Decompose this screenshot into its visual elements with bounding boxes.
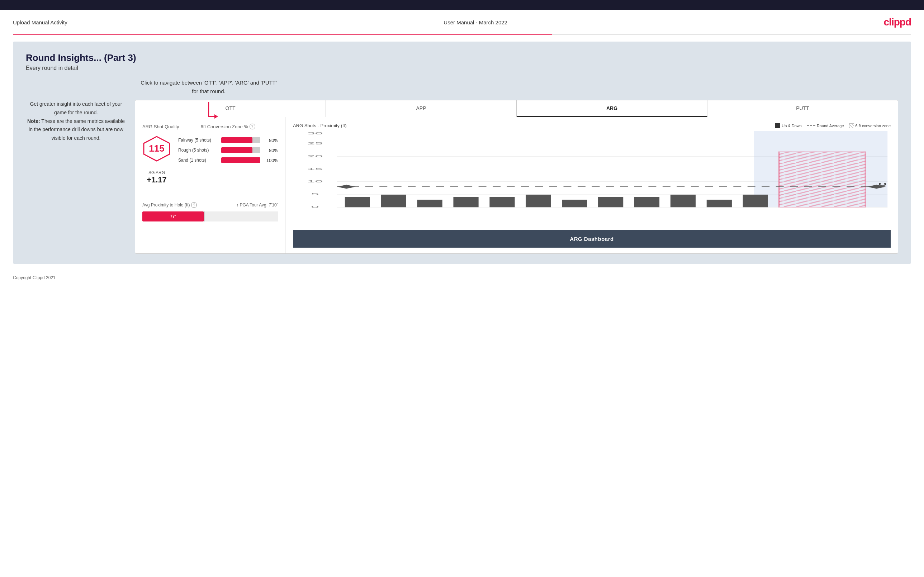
prox-help-icon[interactable]: ? [191,202,197,208]
prox-bar-wrap: 77' [142,211,278,221]
conversion-label: 6ft Conversion Zone % ? [201,124,255,129]
rough-bar [221,147,260,153]
rough-label: Rough (5 shots) [178,148,218,153]
shot-rows: Fairway (5 shots) 80% Rough (5 shots) [178,137,278,168]
main-content: Round Insights... (Part 3) Every round i… [13,42,911,264]
svg-marker-0 [215,114,218,119]
svg-rect-25 [707,200,732,207]
shot-row-sand: Sand (1 shots) 100% [178,157,278,163]
svg-text:0: 0 [311,205,319,209]
page-title: Round Insights... (Part 3) [26,52,898,63]
legend-hatch-icon [849,123,854,128]
proximity-section: Avg Proximity to Hole (ft) ? ↑ PGA Tour … [142,197,278,221]
page-subtitle: Every round in detail [26,65,898,71]
fairway-pct: 80% [264,138,278,143]
shot-row-fairway: Fairway (5 shots) 80% [178,137,278,143]
svg-marker-30 [337,185,356,189]
rough-bar-fill [221,147,252,153]
sg-label: SG ARG [147,170,167,175]
svg-rect-19 [489,197,515,208]
chart-header: ARG Shots - Proximity (ft) Up & Down Rou… [293,123,891,128]
legend-up-down: Up & Down [775,123,802,128]
pga-avg: ↑ PGA Tour Avg: 7'10" [236,203,278,208]
copyright: Copyright Clippd 2021 [13,275,56,280]
fairway-label: Fairway (5 shots) [178,138,218,143]
legend-dashed-icon [807,126,815,126]
svg-text:20: 20 [307,154,323,158]
header-divider [13,34,911,35]
prox-header: Avg Proximity to Hole (ft) ? ↑ PGA Tour … [142,202,278,208]
header: Upload Manual Activity User Manual - Mar… [0,10,924,34]
chart-title: ARG Shots - Proximity (ft) [293,123,347,128]
data-header: ARG Shot Quality 6ft Conversion Zone % ? [142,124,278,129]
tab-app[interactable]: APP [326,100,517,117]
prox-bar-fill: 77' [142,211,204,221]
sand-bar-fill [221,157,260,163]
prox-label: Avg Proximity to Hole (ft) ? [142,202,197,208]
upload-link[interactable]: Upload Manual Activity [13,19,68,26]
rough-pct: 80% [264,148,278,153]
sand-pct: 100% [264,158,278,163]
svg-text:15: 15 [307,167,323,171]
annotation-text: Click to navigate between 'OTT', 'APP', … [141,79,277,96]
legend-conversion: 6 ft conversion zone [849,123,891,128]
legend-round-avg: Round Average [807,124,844,128]
svg-text:10: 10 [307,179,323,183]
content-area: Get greater insight into each facet of y… [26,79,898,254]
legend: Up & Down Round Average 6 ft conversion … [775,123,891,128]
fairway-bar-gray [252,137,260,143]
top-bar [0,0,924,10]
annotation-area: Click to navigate between 'OTT', 'APP', … [141,79,277,124]
logo: clippd [884,16,911,27]
chart-svg: 0 5 10 15 20 25 30 [293,131,891,210]
panel-body: ARG Shot Quality 6ft Conversion Zone % ? [135,117,898,253]
svg-rect-24 [670,195,696,207]
prox-value: 77' [170,214,176,219]
note-text: Get greater insight into each facet of y… [26,100,126,143]
sand-bar [221,157,260,163]
svg-text:5: 5 [311,192,319,196]
arg-dashboard-button[interactable]: ARG Dashboard [293,230,891,248]
footer: Copyright Clippd 2021 [0,270,924,285]
svg-rect-27 [779,152,866,207]
rough-bar-gray [252,147,260,153]
tab-putt[interactable]: PUTT [708,100,898,117]
doc-label: User Manual - March 2022 [444,19,507,26]
shot-row-rough: Rough (5 shots) 80% [178,147,278,153]
svg-rect-26 [743,195,768,207]
right-chart: ARG Shots - Proximity (ft) Up & Down Rou… [286,117,898,253]
fairway-bar [221,137,260,143]
chart-visualization: 0 5 10 15 20 25 30 [293,131,891,230]
annotation-arrow [194,98,223,124]
note-emphasis: Note: [27,118,40,124]
tab-arg[interactable]: ARG [517,100,708,117]
svg-text:8: 8 [878,182,887,186]
logo-container: clippd [884,16,911,28]
hex-shape: 115 [142,136,171,161]
svg-rect-20 [526,195,551,207]
score-value: 115 [149,143,164,154]
legend-box-icon [775,123,780,128]
sg-value: +1.17 [147,175,167,185]
help-icon[interactable]: ? [250,124,255,129]
svg-rect-23 [634,197,659,208]
svg-rect-16 [381,195,406,207]
svg-rect-18 [453,197,478,208]
svg-text:30: 30 [307,131,323,135]
svg-rect-21 [562,200,587,207]
hexagon-score: 115 SG ARG +1.17 [142,136,171,185]
sand-label: Sand (1 shots) [178,158,218,163]
svg-text:25: 25 [307,141,323,145]
prox-cursor [204,211,204,221]
left-panel: Get greater insight into each facet of y… [26,79,126,254]
left-data: ARG Shot Quality 6ft Conversion Zone % ? [135,117,286,253]
svg-rect-17 [417,200,443,207]
svg-rect-15 [345,197,370,208]
svg-rect-22 [598,197,623,208]
fairway-bar-fill [221,137,252,143]
shot-quality-label: ARG Shot Quality [142,124,179,129]
